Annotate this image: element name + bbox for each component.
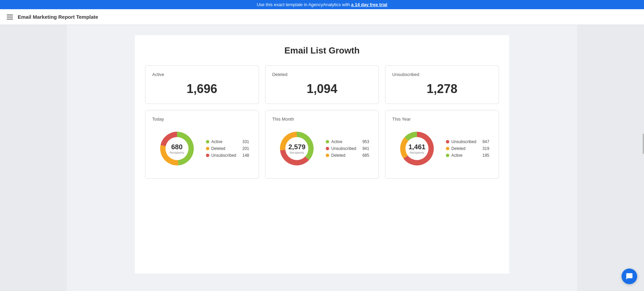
donut-center-sub: Recipients bbox=[408, 151, 425, 154]
donut-center-num: 2,579 bbox=[288, 143, 305, 151]
stat-cards-row: Active 1,696 Deleted 1,094 Unsubscribed … bbox=[145, 65, 499, 104]
legend-item: Unsubscribed 148 bbox=[206, 153, 249, 158]
stat-label: Deleted bbox=[272, 72, 372, 77]
main-content: Email List Growth Active 1,696 Deleted 1… bbox=[67, 25, 577, 291]
legend-dot bbox=[326, 147, 329, 150]
legend-label: Unsubscribed bbox=[331, 146, 356, 151]
legend-item: Active 331 bbox=[206, 139, 249, 144]
legend-value: 319 bbox=[478, 146, 489, 151]
stat-card: Unsubscribed 1,278 bbox=[385, 65, 499, 104]
layout: Email List Growth Active 1,696 Deleted 1… bbox=[0, 25, 644, 291]
chart-area: 680 Recipients Active 331 Deleted 201 Un… bbox=[152, 126, 252, 171]
legend-value: 331 bbox=[238, 139, 249, 144]
legend-item: Active 953 bbox=[326, 139, 369, 144]
page-title: Email List Growth bbox=[145, 45, 499, 56]
scrollbar[interactable] bbox=[643, 134, 644, 154]
legend-item: Deleted 201 bbox=[206, 146, 249, 151]
legend-dot bbox=[446, 154, 449, 157]
legend-item: Active 195 bbox=[446, 153, 489, 158]
legend-item: Deleted 319 bbox=[446, 146, 489, 151]
legend-item: Deleted 685 bbox=[326, 153, 369, 158]
donut-cards-row: Today 680 Recipients Active 331 Deleted bbox=[145, 110, 499, 179]
donut-center-sub: Recipients bbox=[288, 151, 305, 154]
legend-label: Unsubscribed bbox=[211, 153, 236, 158]
stat-card: Active 1,696 bbox=[145, 65, 259, 104]
donut-card: This Year 1,461 Recipients Unsubscribed … bbox=[385, 110, 499, 179]
legend: Active 953 Unsubscribed 941 Deleted 685 bbox=[326, 139, 369, 158]
stat-value: 1,094 bbox=[272, 82, 372, 96]
legend-value: 953 bbox=[358, 139, 369, 144]
donut-center: 1,461 Recipients bbox=[408, 143, 425, 154]
donut-wrapper: 680 Recipients bbox=[155, 126, 199, 171]
top-banner: Use this exact template in AgencyAnalyti… bbox=[0, 0, 644, 9]
left-sidebar bbox=[0, 25, 67, 291]
donut-center: 2,579 Recipients bbox=[288, 143, 305, 154]
legend-value: 947 bbox=[478, 139, 489, 144]
legend-dot bbox=[446, 140, 449, 143]
legend-value: 195 bbox=[478, 153, 489, 158]
legend-value: 685 bbox=[358, 153, 369, 158]
legend-label: Deleted bbox=[211, 146, 225, 151]
legend-value: 148 bbox=[238, 153, 249, 158]
banner-text: Use this exact template in AgencyAnalyti… bbox=[257, 2, 351, 7]
menu-button[interactable] bbox=[7, 15, 13, 19]
legend-label: Active bbox=[331, 139, 342, 144]
legend-dot bbox=[326, 140, 329, 143]
legend-label: Active bbox=[451, 153, 463, 158]
donut-wrapper: 2,579 Recipients bbox=[275, 126, 319, 171]
header: Email Marketing Report Template bbox=[0, 9, 644, 25]
donut-card: Today 680 Recipients Active 331 Deleted bbox=[145, 110, 259, 179]
legend-dot bbox=[446, 147, 449, 150]
chart-area: 1,461 Recipients Unsubscribed 947 Delete… bbox=[392, 126, 492, 171]
legend-label: Deleted bbox=[331, 153, 345, 158]
stat-label: Active bbox=[152, 72, 252, 77]
legend-label: Deleted bbox=[451, 146, 465, 151]
donut-card-label: This Month bbox=[272, 117, 372, 122]
donut-center: 680 Recipients bbox=[170, 143, 184, 154]
legend: Active 331 Deleted 201 Unsubscribed 148 bbox=[206, 139, 249, 158]
legend-dot bbox=[206, 140, 209, 143]
legend-dot bbox=[326, 154, 329, 157]
stat-value: 1,278 bbox=[392, 82, 492, 96]
legend-item: Unsubscribed 947 bbox=[446, 139, 489, 144]
chart-area: 2,579 Recipients Active 953 Unsubscribed… bbox=[272, 126, 372, 171]
chat-button[interactable] bbox=[622, 269, 637, 284]
legend-label: Active bbox=[211, 139, 223, 144]
donut-wrapper: 1,461 Recipients bbox=[395, 126, 439, 171]
stat-value: 1,696 bbox=[152, 82, 252, 96]
page-container: Email List Growth Active 1,696 Deleted 1… bbox=[135, 35, 509, 274]
donut-card-label: Today bbox=[152, 117, 252, 122]
donut-center-sub: Recipients bbox=[170, 151, 184, 154]
legend-dot bbox=[206, 154, 209, 157]
banner-link[interactable]: a 14 day free trial bbox=[351, 2, 387, 7]
legend-label: Unsubscribed bbox=[451, 139, 476, 144]
legend: Unsubscribed 947 Deleted 319 Active 195 bbox=[446, 139, 489, 158]
right-sidebar bbox=[577, 25, 644, 291]
header-title: Email Marketing Report Template bbox=[18, 14, 98, 20]
donut-card: This Month 2,579 Recipients Active 953 U… bbox=[265, 110, 379, 179]
stat-label: Unsubscribed bbox=[392, 72, 492, 77]
stat-card: Deleted 1,094 bbox=[265, 65, 379, 104]
legend-value: 201 bbox=[238, 146, 249, 151]
donut-center-num: 1,461 bbox=[408, 143, 425, 151]
donut-center-num: 680 bbox=[170, 143, 184, 151]
donut-card-label: This Year bbox=[392, 117, 492, 122]
legend-dot bbox=[206, 147, 209, 150]
legend-value: 941 bbox=[358, 146, 369, 151]
legend-item: Unsubscribed 941 bbox=[326, 146, 369, 151]
